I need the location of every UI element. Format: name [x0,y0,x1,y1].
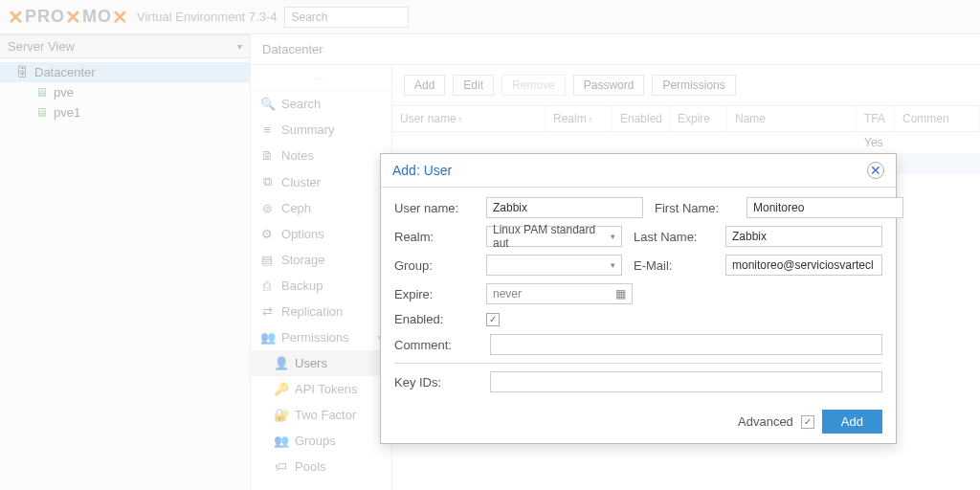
realm-value: Linux PAM standard aut [493,223,611,250]
collapse-icon[interactable]: ︿ [251,65,391,91]
group-label: Group: [394,258,480,273]
group-select[interactable]: ▾ [486,255,622,276]
sidebar-item-label: Summary [281,122,335,137]
version-label: Virtual Environment 7.3-4 [137,10,277,24]
add-user-dialog: Add: User ✕ User name: First Name: Realm… [380,153,897,444]
expire-input[interactable]: never▦ [486,283,633,304]
sidebar-permissions[interactable]: 👥Permissions▾ [251,324,391,350]
server-view-header[interactable]: Server View ▾ [0,34,250,58]
keyids-label: Key IDs: [394,375,479,390]
col-user[interactable]: User name↑ [392,106,546,131]
col-comment[interactable]: Commen [895,106,980,131]
sidebar-item-label: Options [281,227,324,241]
sidebar-pools[interactable]: 🏷Pools [251,454,391,479]
sidebar-notes[interactable]: 🗎Notes [251,143,391,168]
realm-select[interactable]: Linux PAM standard aut▾ [486,226,622,247]
comment-input[interactable] [490,334,882,355]
username-label: User name: [394,201,480,215]
add-button[interactable]: Add [822,410,882,434]
firstname-label: First Name: [655,201,741,215]
sidebar-item-label: Storage [281,253,325,267]
password-button[interactable]: Password [573,75,645,96]
sidebar-storage[interactable]: ▤Storage [251,247,391,273]
grid-header: User name↑ Realm↑ Enabled Expire Name TF… [392,105,980,132]
col-tfa[interactable]: TFA [857,106,895,131]
col-expire[interactable]: Expire [670,106,727,131]
enabled-checkbox[interactable]: ✓ [486,313,500,326]
sidebar-item-label: Ceph [281,201,311,215]
chevron-down-icon: ▾ [611,232,615,241]
sidebar-cluster[interactable]: ⧉Cluster [251,168,391,195]
keyids-input[interactable] [490,371,882,392]
chevron-down-icon: ▾ [237,41,242,52]
gear-icon: ⚙ [260,227,274,241]
col-name[interactable]: Name [727,106,857,131]
logo: ✕ PRO ✕ MO ✕ [8,6,129,29]
email-input[interactable] [725,255,882,276]
col-enabled[interactable]: Enabled [612,106,670,131]
search-input[interactable] [284,7,409,28]
divider [394,363,882,364]
logo-x2-icon: ✕ [65,6,82,29]
sidebar-item-label: Notes [281,148,314,163]
tree-node-label: pve [54,85,74,100]
sidebar-api-tokens[interactable]: 🔑API Tokens [251,376,391,402]
close-button[interactable]: ✕ [867,162,884,179]
sidebar-summary[interactable]: ≡Summary [251,117,391,143]
sidebar-item-label: Pools [295,459,326,474]
realm-label: Realm: [394,230,480,244]
tree-node-pve1[interactable]: 🖥 pve1 [0,102,250,122]
top-header: ✕ PRO ✕ MO ✕ Virtual Environment 7.3-4 [0,0,980,34]
sidebar-item-label: Search [281,97,321,111]
close-icon: ✕ [870,163,881,178]
email-label: E-Mail: [634,258,720,273]
sidebar-item-label: Users [295,356,327,370]
calendar-icon: ▦ [615,287,626,301]
permissions-icon: 👥 [260,330,274,345]
sidebar-item-label: Replication [281,304,343,319]
sidebar-search[interactable]: 🔍Search [251,91,391,117]
sidebar-groups[interactable]: 👥Groups [251,428,391,454]
firstname-input[interactable] [746,197,903,218]
tree-datacenter[interactable]: 🗄 Datacenter [0,62,250,82]
replication-icon: ⇄ [260,304,274,319]
group-icon: 👥 [274,434,287,448]
lastname-input[interactable] [725,226,882,247]
col-realm[interactable]: Realm↑ [546,106,612,131]
sidebar-item-label: Permissions [281,330,349,345]
sidebar-replication[interactable]: ⇄Replication [251,299,391,324]
search-icon: 🔍 [260,97,274,111]
expire-label: Expire: [394,287,480,301]
toolbar: Add Edit Remove Password Permissions [392,65,980,105]
edit-button[interactable]: Edit [453,75,494,96]
cluster-icon: ⧉ [260,174,274,189]
logo-mo: MO [82,7,112,27]
comment-label: Comment: [394,338,479,352]
sidebar-item-label: Backup [281,278,323,293]
advanced-checkbox[interactable]: ✓ [801,415,814,429]
permissions-button[interactable]: Permissions [652,75,735,96]
sidebar-options[interactable]: ⚙Options [251,221,391,247]
sidebar-item-label: Groups [295,434,336,448]
tree-datacenter-label: Datacenter [34,65,96,79]
remove-button[interactable]: Remove [501,75,566,96]
table-row[interactable]: Yes [392,132,980,153]
storage-icon: ▤ [260,253,274,267]
sidebar-ceph[interactable]: ⊚Ceph [251,195,391,221]
breadcrumb-text: Datacenter [262,42,323,56]
dialog-title: Add: User [392,163,452,178]
ceph-icon: ⊚ [260,201,274,215]
sort-up-icon: ↑ [589,115,593,124]
username-input[interactable] [486,197,643,218]
add-button[interactable]: Add [404,75,445,96]
sidebar-backup[interactable]: ⎙Backup [251,273,391,299]
node-icon: 🖥 [34,106,48,120]
dialog-footer: Advanced ✓ Add [381,400,896,443]
sidebar-two-factor[interactable]: 🔐Two Factor [251,402,391,428]
sidebar-users[interactable]: 👤Users [251,350,391,376]
tree-node-pve[interactable]: 🖥 pve [0,82,250,102]
user-icon: 👤 [274,356,287,370]
logo-pro: PRO [25,7,65,27]
summary-icon: ≡ [260,122,274,137]
logo-x-icon: ✕ [8,6,25,29]
